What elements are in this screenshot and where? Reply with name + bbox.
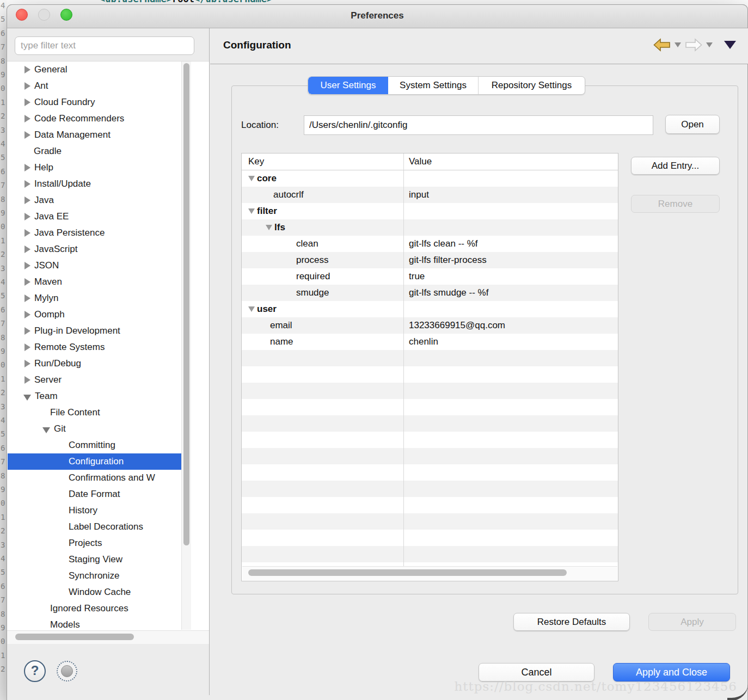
apply-and-close-button[interactable]: Apply and Close [613, 663, 730, 681]
cancel-button[interactable]: Cancel [479, 663, 594, 681]
sidebar-item-label: Java [34, 195, 54, 205]
sidebar-item-mylyn[interactable]: Mylyn [8, 290, 191, 306]
sidebar-item-java-persistence[interactable]: Java Persistence [8, 225, 191, 241]
sidebar-item-label: Remote Systems [34, 342, 105, 352]
sidebar-vertical-scrollbar[interactable] [181, 62, 191, 630]
table-row[interactable]: filter [242, 203, 618, 219]
sidebar-item-projects[interactable]: Projects [8, 535, 191, 551]
tab-user-settings[interactable]: User Settings [308, 77, 388, 94]
collapse-arrow-icon[interactable] [266, 225, 272, 230]
expand-arrow-icon[interactable] [24, 343, 30, 351]
expand-arrow-icon[interactable] [24, 262, 30, 269]
sidebar-item-javascript[interactable]: JavaScript [8, 241, 191, 257]
expand-arrow-icon[interactable] [24, 360, 30, 367]
collapse-arrow-icon[interactable] [42, 427, 50, 433]
expand-arrow-icon[interactable] [24, 294, 30, 302]
expand-arrow-icon[interactable] [24, 229, 30, 237]
location-input[interactable] [304, 115, 653, 135]
view-menu-icon[interactable] [724, 41, 736, 49]
table-row[interactable]: user [242, 301, 618, 317]
expand-arrow-icon[interactable] [24, 245, 30, 253]
tab-repository-settings[interactable]: Repository Settings [479, 77, 585, 94]
table-row[interactable]: smudgegit-lfs smudge -- %f [242, 285, 618, 301]
expand-arrow-icon[interactable] [24, 327, 30, 335]
sidebar-item-json[interactable]: JSON [8, 257, 191, 274]
sidebar-item-oomph[interactable]: Oomph [8, 306, 191, 323]
preference-recorder-icon[interactable] [57, 661, 77, 681]
column-header-value[interactable]: Value [403, 153, 618, 170]
sidebar-item-remote-systems[interactable]: Remote Systems [8, 339, 191, 355]
expand-arrow-icon[interactable] [24, 131, 30, 139]
expand-arrow-icon[interactable] [24, 278, 30, 286]
sidebar-item-run-debug[interactable]: Run/Debug [8, 355, 191, 372]
sidebar-item-ignored-resources[interactable]: Ignored Resources [8, 600, 191, 617]
tab-system-settings[interactable]: System Settings [388, 77, 479, 94]
expand-arrow-icon[interactable] [24, 213, 30, 220]
expand-arrow-icon[interactable] [24, 180, 30, 188]
table-row[interactable]: email13233669915@qq.com [242, 317, 618, 334]
expand-arrow-icon[interactable] [24, 99, 30, 106]
table-row[interactable]: namechenlin [242, 334, 618, 350]
sidebar-item-cloud-foundry[interactable]: Cloud Foundry [8, 94, 191, 110]
sidebar-item-plug-in-development[interactable]: Plug-in Development [8, 323, 191, 339]
column-header-key[interactable]: Key [242, 153, 403, 170]
sidebar-item-data-management[interactable]: Data Management [8, 127, 191, 143]
sidebar-item-general[interactable]: General [8, 62, 191, 78]
sidebar-item-committing[interactable]: Committing [8, 437, 191, 453]
sidebar-item-git[interactable]: Git [8, 421, 191, 437]
sidebar-item-confirmations-and-w[interactable]: Confirmations and W [8, 470, 191, 486]
sidebar-item-java-ee[interactable]: Java EE [8, 208, 191, 225]
expand-arrow-icon[interactable] [24, 376, 30, 384]
sidebar-item-ant[interactable]: Ant [8, 78, 191, 94]
table-row[interactable]: requiredtrue [242, 268, 618, 285]
table-row[interactable]: lfs [242, 219, 618, 236]
forward-history-caret-icon[interactable] [706, 42, 713, 47]
sidebar-item-window-cache[interactable]: Window Cache [8, 584, 191, 600]
help-icon[interactable]: ? [24, 660, 46, 682]
expand-arrow-icon[interactable] [24, 164, 30, 171]
remove-button[interactable]: Remove [631, 195, 720, 213]
sidebar-horizontal-scrollbar[interactable] [7, 630, 209, 644]
sidebar-item-staging-view[interactable]: Staging View [8, 551, 191, 568]
sidebar-item-configuration[interactable]: Configuration [8, 453, 191, 470]
apply-button[interactable]: Apply [648, 613, 736, 631]
sidebar-item-team[interactable]: Team [8, 388, 191, 404]
expand-arrow-icon[interactable] [24, 66, 30, 73]
sidebar-item-install-update[interactable]: Install/Update [8, 176, 191, 192]
sidebar-item-file-content[interactable]: File Content [8, 404, 191, 421]
sidebar-item-label-decorations[interactable]: Label Decorations [8, 519, 191, 535]
table-row[interactable]: core [242, 170, 618, 187]
forward-arrow-icon[interactable] [685, 38, 702, 52]
table-row[interactable]: cleangit-lfs clean -- %f [242, 236, 618, 252]
collapse-arrow-icon[interactable] [248, 176, 255, 181]
sidebar-item-models[interactable]: Models [8, 617, 191, 630]
table-row[interactable]: autocrlfinput [242, 187, 618, 203]
sidebar-item-date-format[interactable]: Date Format [8, 486, 191, 502]
open-button[interactable]: Open [665, 115, 720, 134]
back-arrow-icon[interactable] [653, 38, 671, 52]
sidebar-item-code-recommenders[interactable]: Code Recommenders [8, 110, 191, 127]
scrollbar-thumb[interactable] [15, 634, 134, 640]
restore-defaults-button[interactable]: Restore Defaults [513, 613, 630, 631]
collapse-arrow-icon[interactable] [23, 395, 31, 401]
sidebar-item-gradle[interactable]: Gradle [8, 143, 191, 159]
filter-input[interactable] [15, 36, 194, 55]
sidebar-item-java[interactable]: Java [8, 192, 191, 208]
collapse-arrow-icon[interactable] [248, 208, 255, 214]
add-entry-button[interactable]: Add Entry... [631, 157, 720, 175]
expand-arrow-icon[interactable] [24, 82, 30, 90]
sidebar-item-maven[interactable]: Maven [8, 274, 191, 290]
table-row[interactable]: processgit-lfs filter-process [242, 252, 618, 268]
back-history-caret-icon[interactable] [675, 42, 681, 47]
sidebar-item-synchronize[interactable]: Synchronize [8, 568, 191, 584]
expand-arrow-icon[interactable] [24, 115, 30, 122]
scrollbar-thumb[interactable] [183, 63, 189, 545]
expand-arrow-icon[interactable] [24, 311, 30, 318]
sidebar-item-history[interactable]: History [8, 502, 191, 519]
collapse-arrow-icon[interactable] [248, 306, 255, 312]
sidebar-item-server[interactable]: Server [8, 372, 191, 388]
expand-arrow-icon[interactable] [24, 197, 30, 204]
table-horizontal-scrollbar[interactable] [242, 566, 617, 580]
sidebar-item-help[interactable]: Help [8, 159, 191, 176]
scrollbar-thumb[interactable] [248, 569, 567, 576]
